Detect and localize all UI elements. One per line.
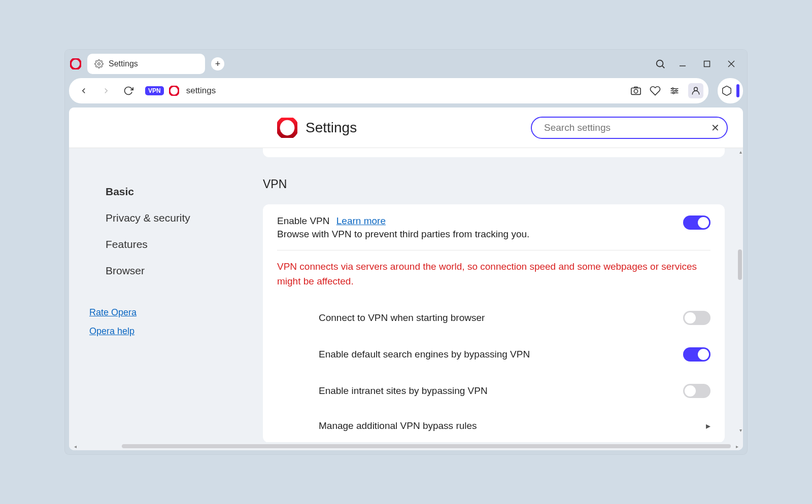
reload-button[interactable] bbox=[122, 84, 135, 97]
svg-point-15 bbox=[675, 90, 677, 91]
scroll-up-icon[interactable]: ▴ bbox=[739, 149, 742, 155]
enable-vpn-label: Enable VPN bbox=[277, 215, 330, 226]
snapshot-icon[interactable] bbox=[630, 85, 641, 96]
global-search-button[interactable] bbox=[655, 58, 666, 69]
minimize-button[interactable] bbox=[677, 58, 688, 69]
hscroll-thumb[interactable] bbox=[122, 444, 731, 448]
vpn-warning: VPN connects via servers around the worl… bbox=[277, 250, 710, 300]
main-scroll[interactable]: VPN Enable VPN Learn more Browse with VP… bbox=[236, 148, 743, 442]
content-area: Settings ✕ Basic Privacy & security Feat… bbox=[69, 107, 743, 450]
section-title-vpn: VPN bbox=[263, 177, 725, 191]
search-input[interactable] bbox=[544, 122, 711, 133]
new-tab-button[interactable]: + bbox=[211, 57, 224, 70]
profile-icon[interactable] bbox=[688, 83, 703, 98]
scroll-left-icon[interactable]: ◂ bbox=[72, 444, 78, 449]
settings-header: Settings ✕ bbox=[69, 107, 743, 148]
maximize-button[interactable] bbox=[701, 58, 713, 69]
vertical-scrollbar[interactable]: ▴ ▾ bbox=[736, 148, 743, 442]
previous-card-edge bbox=[263, 148, 725, 157]
vpn-card: Enable VPN Learn more Browse with VPN to… bbox=[263, 204, 725, 442]
sidebar-item-basic[interactable]: Basic bbox=[69, 178, 236, 205]
heart-icon[interactable] bbox=[650, 85, 661, 96]
toggle-enable-vpn[interactable] bbox=[683, 215, 710, 230]
svg-rect-5 bbox=[704, 61, 710, 67]
horizontal-scrollbar[interactable]: ◂ ▸ bbox=[69, 442, 743, 450]
sidebar-item-browser[interactable]: Browser bbox=[69, 258, 236, 284]
scroll-down-icon[interactable]: ▾ bbox=[739, 427, 742, 433]
label-manage-bypass: Manage additional VPN bypass rules bbox=[319, 420, 706, 431]
clear-search-icon[interactable]: ✕ bbox=[711, 122, 720, 134]
label-bypass-intranet: Enable intranet sites by bypassing VPN bbox=[319, 385, 683, 397]
scroll-right-icon[interactable]: ▸ bbox=[734, 444, 740, 449]
svg-point-0 bbox=[71, 58, 81, 69]
page-title: Settings bbox=[306, 120, 357, 136]
toggle-bypass-search[interactable] bbox=[683, 347, 710, 362]
row-manage-bypass[interactable]: Manage additional VPN bypass rules ▸ bbox=[319, 409, 710, 442]
sidebar-indicator bbox=[736, 84, 739, 97]
toggle-bypass-intranet[interactable] bbox=[683, 384, 710, 398]
svg-point-8 bbox=[169, 86, 178, 95]
svg-point-16 bbox=[673, 92, 674, 94]
svg-point-17 bbox=[694, 87, 698, 91]
url-text[interactable]: settings bbox=[186, 86, 216, 96]
learn-more-link[interactable]: Learn more bbox=[336, 215, 386, 226]
gear-icon bbox=[94, 59, 104, 68]
forward-button[interactable] bbox=[99, 84, 113, 97]
vpn-badge[interactable]: VPN bbox=[145, 86, 164, 95]
sidebar: Basic Privacy & security Features Browse… bbox=[69, 148, 236, 442]
svg-line-3 bbox=[662, 66, 664, 68]
plus-icon: + bbox=[215, 59, 221, 69]
search-settings-box[interactable]: ✕ bbox=[531, 117, 728, 139]
back-button[interactable] bbox=[77, 84, 90, 97]
svg-point-10 bbox=[634, 89, 637, 93]
svg-point-18 bbox=[278, 118, 297, 137]
opera-icon bbox=[169, 86, 179, 96]
titlebar: Settings + bbox=[65, 50, 747, 78]
link-opera-help[interactable]: Opera help bbox=[89, 326, 236, 337]
scroll-thumb[interactable] bbox=[738, 249, 742, 280]
enable-vpn-desc: Browse with VPN to prevent third parties… bbox=[277, 229, 683, 240]
sidebar-item-privacy[interactable]: Privacy & security bbox=[69, 205, 236, 231]
svg-point-2 bbox=[657, 60, 663, 67]
browser-window: Settings + bbox=[65, 50, 747, 454]
extensions-button[interactable] bbox=[718, 78, 743, 103]
tab-settings[interactable]: Settings bbox=[87, 54, 205, 74]
sliders-icon[interactable] bbox=[669, 85, 680, 96]
window-controls bbox=[677, 58, 737, 69]
chevron-right-icon: ▸ bbox=[706, 420, 710, 431]
toggle-connect-on-start[interactable] bbox=[683, 311, 710, 325]
sidebar-item-features[interactable]: Features bbox=[69, 231, 236, 258]
label-bypass-search: Enable default search engines by bypassi… bbox=[319, 349, 683, 360]
opera-logo-icon bbox=[277, 118, 297, 138]
label-connect-on-start: Connect to VPN when starting browser bbox=[319, 312, 683, 323]
toolbar: VPN settings bbox=[69, 78, 708, 103]
svg-point-14 bbox=[672, 88, 673, 89]
link-rate-opera[interactable]: Rate Opera bbox=[89, 307, 236, 318]
opera-logo-icon bbox=[70, 58, 87, 69]
tab-title: Settings bbox=[109, 59, 138, 68]
svg-point-1 bbox=[98, 63, 100, 65]
close-button[interactable] bbox=[726, 58, 737, 69]
